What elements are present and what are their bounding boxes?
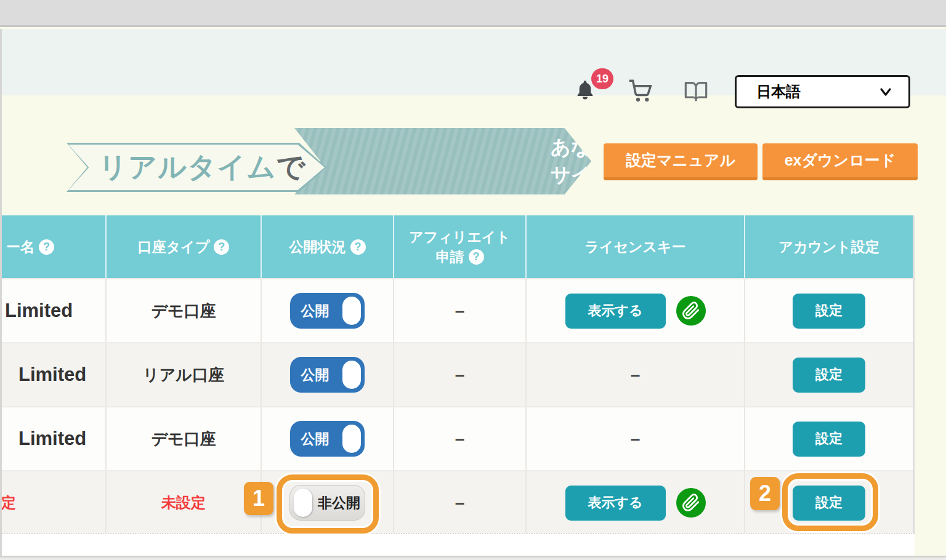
col-header-name-label: ー名 xyxy=(6,238,34,257)
license-value: – xyxy=(631,429,641,449)
license-value: – xyxy=(631,365,641,385)
account-settings-button[interactable]: 設定 xyxy=(793,294,865,329)
account-settings-button[interactable]: 設定 xyxy=(793,486,865,521)
show-license-button[interactable]: 表示する xyxy=(565,294,666,329)
col-header-affiliate: アフィリエイト 申請? xyxy=(394,215,527,278)
cell-license-2: – xyxy=(527,342,745,406)
visibility-toggle-on[interactable]: 公開 xyxy=(290,293,365,329)
language-selector-value: 日本語 xyxy=(756,82,801,102)
help-icon[interactable]: ? xyxy=(39,239,54,255)
cell-settings-2: 設定 xyxy=(745,342,913,406)
settings-manual-button[interactable]: 設定マニュアル xyxy=(604,143,758,180)
cell-affiliate-1: – xyxy=(394,278,527,342)
site-header: 19 日本語 xyxy=(0,29,946,95)
cell-affiliate-4: – xyxy=(394,470,527,534)
cell-visibility-4: 非公開 xyxy=(262,470,394,534)
cart-button[interactable] xyxy=(627,78,654,104)
language-selector[interactable]: 日本語 xyxy=(735,75,910,108)
toggle-label: 公開 xyxy=(290,293,340,329)
promo-banner-right: あなたのトレード情報を サイトに掲載します!!CHECK xyxy=(294,128,591,194)
visibility-toggle-on[interactable]: 公開 xyxy=(290,357,365,393)
annotation-step-2-badge: 2 xyxy=(750,477,780,510)
account-type: リアル口座 xyxy=(143,364,224,386)
ex-download-button[interactable]: exダウンロード xyxy=(762,143,918,180)
cell-type-4: 未設定 xyxy=(107,470,262,534)
promo-left-suffix: で xyxy=(276,148,305,186)
visibility-toggle-on[interactable]: 公開 xyxy=(290,421,365,457)
toggle-knob xyxy=(342,297,361,325)
left-edge-divider xyxy=(0,29,2,556)
affiliate-value: – xyxy=(455,429,465,449)
account-name: 未設定 xyxy=(0,493,16,513)
toggle-knob xyxy=(294,489,312,517)
cell-license-4: 表示する xyxy=(527,470,745,534)
account-type: 未設定 xyxy=(161,493,206,513)
promo-left-main: リアルタイム xyxy=(99,148,276,186)
cell-settings-3: 設定 xyxy=(745,406,913,470)
toggle-label: 公開 xyxy=(290,357,340,393)
table-footer-area xyxy=(0,533,915,556)
account-type: デモ口座 xyxy=(151,300,216,322)
cell-visibility-2: 公開 xyxy=(262,342,394,406)
affiliate-value: – xyxy=(455,365,465,385)
account-settings-button[interactable]: 設定 xyxy=(793,358,865,393)
paperclip-icon[interactable] xyxy=(676,488,706,518)
account-name: Limited xyxy=(18,428,86,450)
toggle-label: 公開 xyxy=(290,421,340,457)
show-license-button[interactable]: 表示する xyxy=(565,486,666,521)
cell-name-2: Limited xyxy=(0,342,107,406)
col-header-account-settings: アカウント設定 xyxy=(745,215,913,278)
affiliate-value: – xyxy=(455,301,465,321)
cell-type-2: リアル口座 xyxy=(107,342,262,406)
cell-type-1: デモ口座 xyxy=(107,278,262,342)
toggle-label: 非公開 xyxy=(313,486,365,520)
paperclip-icon[interactable] xyxy=(676,296,706,326)
account-type: デモ口座 xyxy=(151,428,216,450)
cell-settings-1: 設定 xyxy=(745,278,913,342)
window-top-bar xyxy=(0,0,946,27)
promo-banner-left: リアルタイムで xyxy=(67,143,326,192)
help-icon[interactable]: ? xyxy=(350,239,366,255)
cell-visibility-3: 公開 xyxy=(262,406,394,470)
cell-affiliate-2: – xyxy=(394,342,527,406)
col-header-visibility-label: 公開状況 xyxy=(289,238,346,257)
book-icon xyxy=(682,79,710,103)
bottom-edge xyxy=(0,558,946,560)
account-name: Limited xyxy=(5,300,73,322)
cell-name-1: Limited xyxy=(0,278,107,342)
paperclip-glyph xyxy=(682,494,700,512)
paperclip-glyph xyxy=(682,302,700,320)
cell-name-4: 未設定 xyxy=(0,470,107,534)
col-header-account-type-label: 口座タイプ xyxy=(138,238,210,257)
account-settings-button[interactable]: 設定 xyxy=(793,422,865,457)
toggle-knob xyxy=(342,361,361,389)
cell-type-3: デモ口座 xyxy=(107,406,262,470)
promo-banner[interactable]: あなたのトレード情報を サイトに掲載します!!CHECK リアルタイムで xyxy=(67,128,591,194)
cell-affiliate-3: – xyxy=(394,406,527,470)
col-header-license-key: ライセンスキー xyxy=(527,215,745,278)
cell-name-3: Limited xyxy=(0,406,107,470)
col-header-license-key-label: ライセンスキー xyxy=(584,238,685,257)
affiliate-value: – xyxy=(455,493,465,513)
col-header-visibility: 公開状況? xyxy=(262,215,394,278)
promo-banner-left-text: リアルタイムで xyxy=(99,143,306,192)
col-header-affiliate-line1: アフィリエイト xyxy=(409,227,511,247)
help-icon[interactable]: ? xyxy=(469,249,484,265)
chevron-down-icon xyxy=(878,84,894,99)
toggle-knob xyxy=(342,425,361,453)
manual-book-button[interactable] xyxy=(681,78,711,104)
cell-visibility-1: 公開 xyxy=(262,278,394,342)
help-icon[interactable]: ? xyxy=(214,239,229,255)
cart-icon xyxy=(628,79,653,103)
visibility-toggle-off[interactable]: 非公開 xyxy=(289,485,365,521)
account-name: Limited xyxy=(18,364,86,386)
annotation-step-1-badge: 1 xyxy=(244,482,273,515)
cell-license-1: 表示する xyxy=(527,278,745,342)
col-header-name: ー名? xyxy=(0,215,107,278)
cell-license-3: – xyxy=(527,406,745,470)
col-header-account-type: 口座タイプ? xyxy=(107,215,262,278)
col-header-account-settings-label: アカウント設定 xyxy=(778,238,879,257)
notification-count-badge: 19 xyxy=(591,68,613,89)
col-header-affiliate-line2: 申請 xyxy=(436,247,464,266)
